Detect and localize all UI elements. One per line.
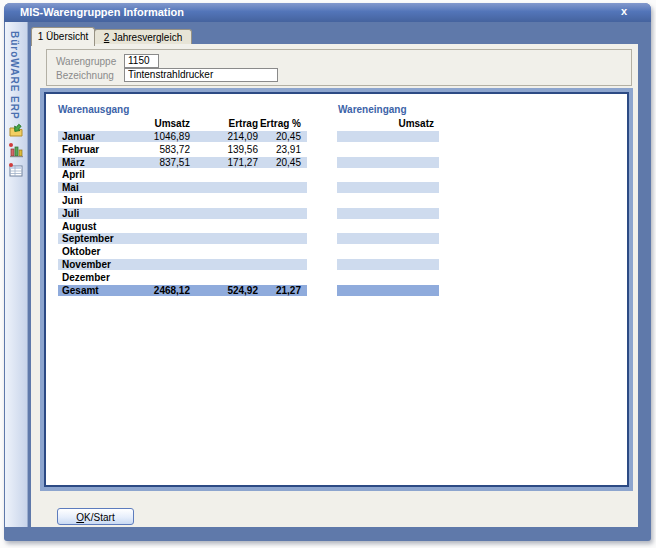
row-umsatz-value: 2468,12 [154,285,190,296]
row-month-label: Juli [62,208,79,219]
col-header-ertrag-pct: Ertrag % [260,118,301,129]
row-month-label: April [62,169,85,180]
row-month-label: Oktober [62,246,100,257]
wareneingang-row-band [337,195,439,206]
row-ertrag-pct-value: 20,45 [276,131,301,142]
ok-start-button[interactable]: OK/Start [57,508,134,525]
screen: MIS-Warengruppen Information x BüroWARE … [0,0,656,548]
table-icon[interactable] [8,162,24,178]
row-ertrag-value: 139,56 [227,144,258,155]
wareneingang-row-band [337,259,439,270]
row-month-label: Gesamt [62,285,99,296]
table-row[interactable]: April [58,168,439,181]
row-ertrag-pct-value: 20,45 [276,157,301,168]
table-row[interactable]: Mai [58,181,439,194]
table-row[interactable]: Juli [58,207,439,220]
row-ertrag-value: 171,27 [227,157,258,168]
wareneingang-row-band [337,208,439,219]
table-row[interactable]: September [58,232,439,245]
col-header-umsatz: Umsatz [154,118,190,129]
data-panel: Warenausgang Wareneingang Umsatz Ertrag … [44,92,629,487]
tab-uebersicht-label: 1 Übersicht [38,31,89,42]
col-header-ertrag: Ertrag [229,118,258,129]
wareneingang-row-band [337,169,439,180]
wareneingang-title: Wareneingang [338,104,407,115]
table-row[interactable]: Gesamt 2468,12 524,92 21,27 [58,284,439,297]
wareneingang-row-band [337,272,439,283]
row-month-label: Juni [62,195,83,206]
folder-import-icon[interactable] [8,123,24,139]
row-month-label: Mai [62,182,79,193]
close-icon[interactable]: x [617,5,631,17]
table-row[interactable]: Februar 583,72 139,56 23,91 [58,143,439,156]
warenausgang-row-band [58,169,307,180]
tab-uebersicht[interactable]: 1 Übersicht [31,27,95,46]
warengruppe-field[interactable] [124,54,159,68]
table-header-row: Umsatz Ertrag Ertrag % Umsatz [58,118,439,130]
brand-sidebar: BüroWARE ERP [5,22,28,527]
table-row[interactable]: August [58,220,439,233]
warenausgang-row-band [58,195,307,206]
wareneingang-row-band [337,246,439,257]
row-ertrag-value: 214,09 [227,131,258,142]
title-bar: MIS-Warengruppen Information x [4,3,651,22]
tab-jahresvergleich-label: 2 Jahresvergleich [104,32,182,43]
bar-chart-icon[interactable] [8,142,24,158]
data-panel-frame: Warenausgang Wareneingang Umsatz Ertrag … [40,88,633,491]
warengruppe-label: Warengruppe [56,56,116,67]
row-month-label: März [62,157,85,168]
bezeichnung-label: Bezeichnung [56,70,114,81]
row-umsatz-value: 583,72 [159,144,190,155]
table-row[interactable]: Dezember [58,271,439,284]
row-umsatz-value: 837,51 [159,157,190,168]
row-month-label: Dezember [62,272,110,283]
col-header-we-umsatz: Umsatz [398,118,434,129]
months-table: Januar 1046,89 214,09 20,45 Februar 583,… [58,130,439,296]
brand-vertical-text: BüroWARE ERP [9,31,20,120]
warenausgang-row-band [58,208,307,219]
table-row[interactable]: Oktober [58,245,439,258]
bezeichnung-field[interactable] [124,68,278,82]
row-umsatz-value: 1046,89 [154,131,190,142]
row-ertrag-value: 524,92 [227,285,258,296]
wareneingang-row-band [337,233,439,244]
window-title: MIS-Warengruppen Information [20,6,184,18]
wareneingang-row-band [337,221,439,232]
warenausgang-row-band [58,182,307,193]
warenausgang-title: Warenausgang [58,104,129,115]
table-row[interactable]: Juni [58,194,439,207]
wareneingang-row-band [337,285,439,296]
wareneingang-row-band [337,157,439,168]
row-ertrag-pct-value: 21,27 [276,285,301,296]
wareneingang-row-band [337,182,439,193]
table-row[interactable]: Januar 1046,89 214,09 20,45 [58,130,439,143]
row-month-label: August [62,221,96,232]
table-row[interactable]: November [58,258,439,271]
row-ertrag-pct-value: 23,91 [276,144,301,155]
row-month-label: Januar [62,131,95,142]
wareneingang-row-band [337,131,439,142]
row-month-label: Februar [62,144,99,155]
table-row[interactable]: März 837,51 171,27 20,45 [58,156,439,169]
row-month-label: November [62,259,111,270]
wareneingang-row-band [337,144,439,155]
form-groupbox: Warengruppe Bezeichnung [46,49,632,86]
row-month-label: September [62,233,114,244]
mis-warengruppen-window: MIS-Warengruppen Information x BüroWARE … [4,3,651,541]
